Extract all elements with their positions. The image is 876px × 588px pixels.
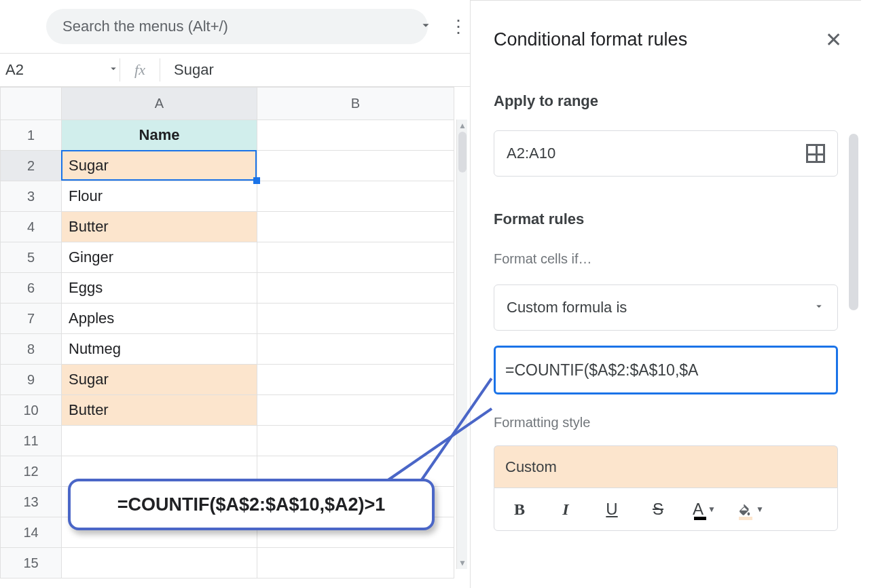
panel-title: Conditional format rules	[494, 29, 687, 50]
formula-bar-value: Sugar	[174, 61, 214, 78]
apply-to-range-label: Apply to range	[471, 58, 861, 113]
data-cell[interactable]	[257, 304, 454, 334]
data-cell[interactable]: Nutmeg	[62, 334, 257, 365]
condition-dropdown[interactable]: Custom formula is	[494, 284, 838, 331]
data-cell[interactable]: Sugar	[62, 151, 257, 181]
header-cell[interactable]: Name	[62, 120, 257, 151]
bold-button[interactable]: B	[503, 496, 536, 523]
selection-fill-handle[interactable]	[253, 177, 260, 184]
name-box[interactable]: A2	[0, 54, 120, 86]
row-header[interactable]: 1	[1, 120, 62, 151]
column-header-B[interactable]: B	[257, 88, 454, 120]
scroll-thumb[interactable]	[849, 134, 858, 310]
conditional-format-panel: Conditional format rules ✕ Apply to rang…	[470, 0, 861, 588]
format-cells-if-label: Format cells if…	[471, 231, 861, 267]
annotation-text: =COUNTIF($A$2:$A$10,$A2)>1	[117, 494, 386, 515]
style-toolbar: B I U S A▼ ▼	[494, 488, 838, 531]
data-cell[interactable]	[257, 426, 454, 456]
row-header[interactable]: 11	[1, 426, 62, 456]
chevron-down-icon[interactable]	[418, 18, 433, 35]
row-header[interactable]: 12	[1, 456, 62, 487]
data-cell[interactable]	[62, 548, 257, 578]
apply-to-range-field[interactable]: A2:A10	[494, 130, 838, 177]
data-cell[interactable]: Butter	[62, 212, 257, 242]
row-header[interactable]: 9	[1, 365, 62, 395]
row-header[interactable]: 7	[1, 304, 62, 334]
condition-value: Custom formula is	[507, 299, 627, 316]
italic-button[interactable]: I	[549, 496, 583, 523]
panel-vertical-scrollbar[interactable]	[846, 1, 861, 588]
row-header[interactable]: 14	[1, 517, 62, 548]
scroll-down-arrow-icon[interactable]: ▼	[457, 557, 468, 569]
data-cell[interactable]: Ginger	[62, 242, 257, 273]
data-cell[interactable]: Butter	[62, 395, 257, 426]
custom-formula-input[interactable]: =COUNTIF($A$2:$A$10,$A	[494, 346, 838, 394]
data-cell[interactable]	[62, 426, 257, 456]
data-cell[interactable]	[257, 181, 454, 212]
annotation-callout: =COUNTIF($A$2:$A$10,$A2)>1	[68, 479, 435, 530]
select-range-icon[interactable]	[806, 144, 825, 163]
data-cell[interactable]	[257, 242, 454, 273]
close-icon[interactable]: ✕	[825, 28, 842, 52]
formula-bar-row: A2 fx Sugar	[0, 53, 470, 87]
row-header[interactable]: 4	[1, 212, 62, 242]
custom-formula-value: =COUNTIF($A$2:$A$10,$A	[505, 361, 698, 380]
row-header[interactable]: 2	[1, 151, 62, 181]
scroll-thumb[interactable]	[458, 132, 467, 172]
menu-search-input[interactable]: Search the menus (Alt+/)	[46, 9, 428, 44]
row-header[interactable]: 15	[1, 548, 62, 578]
column-header-A[interactable]: A	[62, 88, 257, 120]
style-preview[interactable]: Custom	[494, 445, 838, 488]
paint-bucket-icon	[737, 502, 752, 517]
menu-search-placeholder: Search the menus (Alt+/)	[62, 18, 228, 35]
row-header[interactable]: 6	[1, 273, 62, 304]
chevron-down-icon	[813, 299, 825, 316]
fx-icon: fx	[120, 61, 160, 79]
underline-button[interactable]: U	[595, 496, 629, 523]
scroll-up-arrow-icon[interactable]: ▲	[457, 120, 468, 132]
strikethrough-button[interactable]: S	[641, 496, 675, 523]
fill-color-button[interactable]: ▼	[733, 496, 767, 523]
data-cell[interactable]: Sugar	[62, 365, 257, 395]
data-cell[interactable]: Apples	[62, 304, 257, 334]
data-cell[interactable]	[257, 548, 454, 578]
row-header[interactable]: 8	[1, 334, 62, 365]
style-preview-name: Custom	[505, 458, 557, 476]
data-cell[interactable]	[257, 120, 454, 151]
data-cell[interactable]: Flour	[62, 181, 257, 212]
data-cell[interactable]	[257, 334, 454, 365]
data-cell[interactable]	[257, 151, 454, 181]
apply-to-range-value: A2:A10	[507, 145, 555, 162]
toolbar-overflow: ⋮	[418, 0, 469, 53]
grid-vertical-scrollbar[interactable]: ▲ ▼	[456, 120, 467, 569]
row-header[interactable]: 10	[1, 395, 62, 426]
data-cell[interactable]	[257, 365, 454, 395]
chevron-down-icon[interactable]	[107, 61, 120, 79]
data-cell[interactable]	[257, 273, 454, 304]
text-color-button[interactable]: A▼	[687, 496, 721, 523]
row-header[interactable]: 5	[1, 242, 62, 273]
data-cell[interactable]	[257, 395, 454, 426]
select-all-corner[interactable]	[1, 88, 62, 120]
formatting-style-label: Formatting style	[471, 394, 861, 430]
formula-bar-input[interactable]: Sugar	[160, 61, 214, 79]
row-header[interactable]: 13	[1, 487, 62, 517]
data-cell[interactable]: Eggs	[62, 273, 257, 304]
format-rules-label: Format rules	[471, 177, 861, 231]
name-box-ref: A2	[5, 61, 103, 79]
data-cell[interactable]	[257, 212, 454, 242]
row-header[interactable]: 3	[1, 181, 62, 212]
